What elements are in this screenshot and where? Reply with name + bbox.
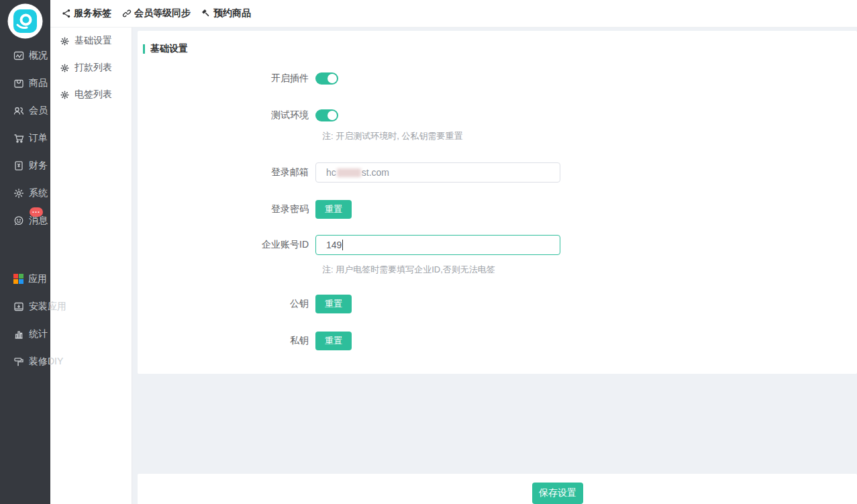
title-marker-bar (143, 44, 145, 54)
paint-roller-icon (13, 356, 24, 367)
password-reset-button[interactable]: 重置 (315, 200, 352, 219)
app-window: 概况 商品 会员 订单 财务 (0, 0, 857, 504)
app-logo[interactable] (0, 0, 50, 42)
email-value-suffix: st.com (362, 167, 389, 178)
sidebar-item-install-app[interactable]: 安装应用 (0, 293, 50, 320)
sidebar-item-label: 统计 (29, 328, 48, 340)
sidebar-item-label: 会员 (29, 105, 48, 117)
company-id-row: 企业账号ID 149 (138, 235, 857, 255)
sidebar-item-label: 应用 (28, 273, 47, 285)
install-app-icon (13, 301, 24, 312)
sidebar-item-overview[interactable]: 概况 (0, 42, 50, 69)
test-env-note: 注: 开启测试环境时, 公私钥需要重置 (322, 130, 857, 142)
private-key-label: 私钥 (138, 335, 315, 347)
sidebar-item-system[interactable]: 系统 (0, 179, 50, 207)
plugin-toggle-label: 开启插件 (138, 72, 315, 85)
card-title-text: 基础设置 (150, 43, 188, 55)
gear-icon (60, 91, 69, 99)
finance-icon (13, 160, 24, 171)
gear-icon (60, 64, 69, 72)
goods-icon (13, 78, 24, 89)
primary-sidebar: 概况 商品 会员 订单 财务 (0, 0, 50, 504)
basic-settings-card: 基础设置 开启插件 测试环境 注: 开启测试环境时, (138, 31, 857, 374)
orders-icon (13, 133, 24, 144)
system-icon (13, 188, 24, 199)
sidebar-item-label: 概况 (29, 50, 48, 62)
sidebar-item-label: 装修DIY (29, 356, 63, 368)
email-label: 登录邮箱 (138, 166, 315, 179)
sidebar-item-members[interactable]: 会员 (0, 97, 50, 124)
share-icon (62, 9, 71, 18)
tab-label: 服务标签 (74, 7, 111, 19)
tab-member-level-sync[interactable]: 会员等级同步 (122, 7, 191, 19)
sidebar-item-label: 订单 (29, 132, 48, 144)
subnav-label: 基础设置 (74, 35, 112, 47)
toggle-knob (327, 111, 337, 120)
sidebar-item-messages[interactable]: 消息 ... (0, 207, 50, 234)
secondary-sidebar: 基础设置 打款列表 电签列表 (50, 28, 132, 504)
logo-icon (7, 3, 43, 39)
sidebar-item-label: 系统 (29, 187, 48, 199)
company-id-note: 注: 用户电签时需要填写企业ID,否则无法电签 (322, 264, 857, 276)
company-id-input[interactable]: 149 (315, 235, 560, 255)
sidebar-item-label: 安装应用 (29, 301, 66, 313)
tab-label: 会员等级同步 (134, 7, 191, 19)
sidebar-item-apps[interactable]: 应用 (0, 265, 50, 293)
email-input[interactable]: hc st.com (315, 162, 560, 183)
plugin-toggle[interactable] (315, 72, 338, 85)
subnav-label: 打款列表 (74, 62, 112, 74)
gavel-icon (201, 9, 211, 18)
subnav-basic-settings[interactable]: 基础设置 (50, 28, 132, 54)
overview-icon (13, 50, 24, 61)
sidebar-item-decorate-diy[interactable]: 装修DIY (0, 348, 50, 375)
password-label: 登录密码 (138, 203, 315, 215)
apps-icon (13, 274, 23, 284)
plugin-toggle-row: 开启插件 (138, 72, 857, 85)
test-env-toggle[interactable] (315, 109, 338, 121)
subnav-esign-list[interactable]: 电签列表 (50, 81, 132, 108)
sidebar-item-orders[interactable]: 订单 (0, 124, 50, 152)
subnav-label: 电签列表 (74, 89, 112, 101)
text-cursor (342, 240, 343, 250)
sidebar-item-label: 财务 (29, 160, 48, 172)
password-row: 登录密码 重置 (138, 200, 857, 219)
members-icon (13, 105, 24, 116)
test-env-toggle-label: 测试环境 (138, 109, 315, 121)
footer-bar: 保存设置 (138, 474, 857, 504)
card-title: 基础设置 (138, 31, 857, 55)
sidebar-item-finance[interactable]: 财务 (0, 152, 50, 179)
tab-service-tags[interactable]: 服务标签 (62, 7, 111, 19)
private-key-row: 私钥 重置 (138, 332, 857, 350)
gear-icon (60, 37, 69, 46)
tab-label: 预约商品 (213, 7, 251, 19)
right-column: 服务标签 会员等级同步 预约商品 (50, 0, 857, 504)
link-icon (122, 9, 132, 18)
topbar: 服务标签 会员等级同步 预约商品 (50, 0, 857, 28)
email-row: 登录邮箱 hc st.com (138, 162, 857, 183)
subnav-payment-list[interactable]: 打款列表 (50, 54, 132, 81)
private-key-reset-button[interactable]: 重置 (315, 332, 352, 350)
sidebar-item-stats[interactable]: 统计 (0, 320, 50, 348)
sidebar-item-goods[interactable]: 商品 (0, 69, 50, 97)
public-key-label: 公钥 (138, 298, 315, 310)
messages-badge: ... (30, 207, 43, 217)
sidebar-item-label: 商品 (29, 77, 48, 89)
content-area: 基础设置 打款列表 电签列表 (50, 28, 857, 504)
tab-reserved-goods[interactable]: 预约商品 (201, 7, 251, 19)
company-id-value: 149 (326, 240, 342, 250)
public-key-reset-button[interactable]: 重置 (315, 295, 352, 313)
sidebar-group-gap (0, 234, 50, 265)
messages-icon (13, 215, 24, 226)
email-value-prefix: hc (326, 167, 336, 178)
redacted-email-segment (337, 168, 361, 177)
public-key-row: 公钥 重置 (138, 295, 857, 313)
stats-icon (13, 329, 24, 340)
save-settings-button[interactable]: 保存设置 (532, 483, 583, 504)
test-env-toggle-row: 测试环境 (138, 109, 857, 121)
main-area: 基础设置 开启插件 测试环境 注: 开启测试环境时, (132, 28, 857, 504)
company-id-label: 企业账号ID (138, 239, 315, 251)
toggle-knob (327, 74, 337, 83)
